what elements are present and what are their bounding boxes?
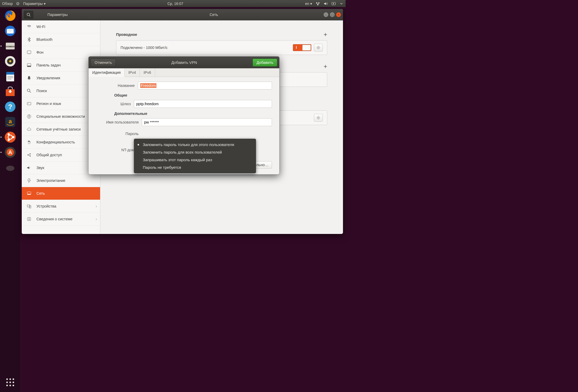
app-menu[interactable]: Параметры ▾ (23, 2, 46, 6)
add-wired-button[interactable]: + (324, 31, 327, 38)
window-title: Сеть (210, 13, 218, 17)
svg-rect-16 (6, 72, 14, 75)
hand-icon (26, 140, 32, 144)
sidebar-item-bluetooth[interactable]: Bluetooth (22, 33, 100, 46)
sidebar-title: Параметры (47, 13, 68, 17)
dock-icon (26, 63, 32, 68)
wired-settings-button[interactable] (314, 44, 323, 52)
svg-text:A: A (8, 149, 12, 155)
general-section-label: Общие (114, 93, 272, 97)
svg-point-53 (28, 154, 29, 155)
dock-weather[interactable] (3, 160, 17, 175)
pw-option-ask-every-time[interactable]: Запрашивать этот пароль каждый раз (134, 156, 256, 164)
svg-rect-44 (27, 51, 31, 54)
sidebar-item-label: Сетевые учётные записи (36, 127, 81, 131)
svg-rect-2 (316, 2, 317, 3)
tab-ipv6[interactable]: IPv6 (140, 68, 155, 77)
wired-toggle[interactable]: I (293, 44, 311, 51)
dock-software[interactable] (3, 85, 17, 99)
sidebar-item-label: Фон (36, 50, 43, 54)
sidebar-item-label: Конфиденциальность (36, 140, 75, 144)
dock-files[interactable] (3, 39, 17, 53)
battery-icon[interactable] (331, 2, 336, 6)
sidebar-item-label: Регион и язык (36, 102, 61, 106)
clock[interactable]: Ср, 16:07 (46, 2, 305, 6)
pw-option-user-only[interactable]: Запомнить пароль только для этого пользо… (134, 141, 256, 148)
network-icon[interactable] (316, 2, 320, 6)
svg-rect-18 (7, 77, 13, 78)
svg-text:a: a (8, 118, 12, 125)
network-icon (26, 191, 32, 196)
dock-help[interactable]: ? (3, 100, 17, 114)
cloud-icon (26, 127, 32, 132)
dock: ? a A (0, 7, 20, 234)
svg-rect-6 (335, 3, 336, 4)
sidebar-item-label: Сведения о системе (36, 217, 73, 221)
optional-section-label: Дополнительные (114, 111, 272, 116)
sidebar-item-label: Bluetooth (36, 37, 52, 42)
dock-thunderbird[interactable] (3, 24, 17, 38)
proxy-settings-button[interactable] (314, 114, 323, 122)
dock-writer[interactable] (3, 69, 17, 83)
sidebar-item-label: Общий доступ (36, 153, 62, 157)
add-vpn-button[interactable]: + (324, 63, 327, 70)
gateway-input[interactable] (134, 100, 272, 108)
pw-option-all-users[interactable]: Запомнить пароль для всех пользователей (134, 148, 256, 156)
close-button[interactable]: × (336, 12, 341, 17)
region-icon (26, 101, 32, 106)
wired-section-header: Проводное + (116, 31, 327, 38)
window-header: Параметры Сеть – ▢ × (22, 9, 343, 20)
add-button[interactable]: Добавить (253, 59, 277, 66)
settings-indicator-icon (16, 2, 20, 6)
maximize-button[interactable]: ▢ (330, 12, 335, 17)
svg-rect-62 (29, 219, 29, 220)
wired-status: Подключено - 1000 Мбит/с (121, 46, 167, 50)
dock-ubuntu-settings[interactable] (3, 130, 17, 144)
svg-rect-57 (28, 194, 31, 195)
tab-ipv4[interactable]: IPv4 (125, 68, 140, 77)
devices-icon (26, 204, 32, 209)
svg-rect-3 (318, 2, 319, 3)
sidebar-item-devices[interactable]: Устройства› (22, 200, 100, 213)
wired-connection-row: Подключено - 1000 Мбит/с I (116, 40, 327, 55)
share-icon (26, 153, 32, 157)
svg-point-27 (12, 136, 14, 138)
tab-identity[interactable]: Идентификация (89, 68, 125, 77)
sound-icon (26, 165, 32, 170)
sidebar-item-label: Специальные возможности (36, 114, 85, 119)
dock-rhythmbox[interactable] (3, 54, 17, 68)
search-button[interactable] (24, 11, 33, 19)
svg-rect-49 (27, 102, 31, 105)
pw-option-not-required[interactable]: Пароль не требуется (134, 164, 256, 171)
cancel-button[interactable]: Отменить (91, 59, 116, 66)
svg-point-29 (8, 139, 10, 141)
sidebar-item-details[interactable]: Сведения о системе› (22, 213, 100, 226)
sidebar-item-label: Устройства (36, 204, 56, 208)
radio-selected-icon (138, 144, 139, 145)
chevron-down-icon[interactable] (339, 2, 343, 6)
sidebar-item-network[interactable]: Сеть (22, 187, 100, 200)
wifi-icon (26, 24, 32, 29)
svg-point-55 (30, 155, 31, 156)
svg-rect-61 (29, 218, 29, 219)
minimize-button[interactable]: – (324, 12, 328, 17)
sidebar-item-power[interactable]: Электропитание (22, 174, 100, 187)
overview-button[interactable]: Обзор (2, 2, 13, 6)
name-input[interactable]: Freedom (138, 82, 272, 89)
sidebar-item-wifi[interactable]: Wi-Fi (22, 20, 100, 33)
info-icon (26, 217, 32, 221)
sidebar-item-label: Сеть (36, 191, 45, 195)
gateway-label: Шлюз (96, 102, 134, 106)
username-input[interactable] (142, 118, 272, 126)
dock-updater[interactable]: A (3, 145, 17, 159)
dock-firefox[interactable] (3, 9, 17, 23)
svg-point-48 (27, 89, 30, 92)
dock-amazon[interactable]: a (3, 115, 17, 129)
svg-rect-19 (7, 79, 11, 79)
svg-point-63 (318, 47, 319, 48)
chevron-right-icon: › (96, 204, 97, 208)
sidebar-item-label: Уведомления (36, 76, 60, 80)
top-panel: Обзор Параметры ▾ Ср, 16:07 en ▾ (0, 0, 346, 7)
volume-icon[interactable] (324, 2, 328, 6)
keyboard-layout-indicator[interactable]: en ▾ (305, 2, 312, 6)
